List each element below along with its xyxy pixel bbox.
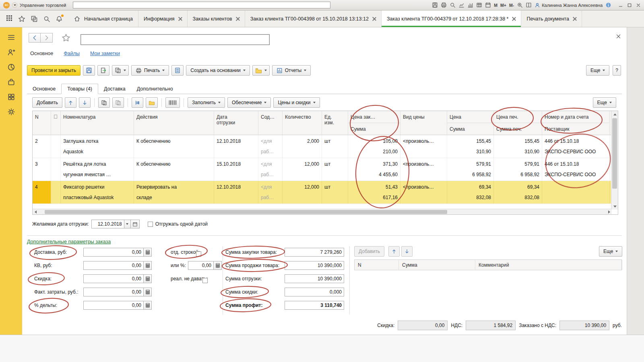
comments-col-comment[interactable]: Комментарий	[475, 260, 622, 270]
discount-input[interactable]: 0,00	[83, 274, 144, 283]
notifications-bell-icon[interactable]	[56, 15, 63, 23]
table-row-selected[interactable]: 4 Фиксатор решеткипластиковый Aquastok Р…	[33, 181, 618, 204]
col-header-marker[interactable]	[51, 111, 61, 135]
col-header-unit[interactable]: Ед.изм.	[322, 111, 348, 135]
nav-link-main[interactable]: Основное	[30, 51, 53, 56]
doc-tab-goods[interactable]: Товары (4)	[61, 84, 98, 94]
calculator-button[interactable]	[144, 301, 152, 310]
memory-mminus-button[interactable]: М-	[509, 3, 514, 8]
calculator-button[interactable]	[144, 274, 152, 283]
additional-params-link[interactable]: Дополнительные параметры заказа	[27, 239, 111, 245]
col-header-actions[interactable]: Действия	[134, 111, 214, 135]
create-based-on-button[interactable]: Создать на основании	[186, 65, 250, 76]
col-header-content[interactable]: Сод…	[258, 111, 283, 135]
history-links-icon[interactable]	[31, 15, 38, 23]
comments-col-sum[interactable]: Сумма	[399, 260, 475, 270]
sales-bag-icon[interactable]	[7, 78, 16, 86]
nav-link-notes[interactable]: Мои заметки	[90, 51, 120, 56]
close-tab-icon[interactable]	[236, 17, 239, 21]
save-icon[interactable]	[432, 2, 438, 8]
print-button[interactable]: Печать	[131, 65, 169, 76]
move-down-button[interactable]	[79, 97, 91, 108]
register-records-button[interactable]	[171, 65, 184, 76]
maximize-icon[interactable]	[627, 3, 632, 8]
tab-order-004379[interactable]: Заказ клиента ТГ00-004379 от 12.10.2018 …	[382, 10, 522, 27]
scroll-down-icon[interactable]	[611, 203, 618, 210]
close-tab-icon[interactable]	[512, 17, 516, 21]
memory-mplus-button[interactable]: М+	[500, 3, 506, 8]
zoom-icon[interactable]	[517, 2, 523, 8]
comment-move-up-button[interactable]	[388, 246, 400, 257]
form-close-icon[interactable]	[616, 34, 621, 39]
prices-discounts-button[interactable]: Цены и скидки	[273, 97, 320, 108]
menu-icon[interactable]	[7, 33, 16, 42]
vertical-scrollbar[interactable]	[611, 111, 618, 210]
scroll-right-icon[interactable]	[606, 210, 612, 214]
hierarchy-button[interactable]	[132, 97, 143, 108]
col-header-nomenclature[interactable]: Номенклатура	[61, 111, 134, 135]
chart-bars-icon[interactable]	[467, 2, 473, 8]
split-panel-icon[interactable]	[526, 2, 532, 8]
print-icon[interactable]	[441, 2, 447, 8]
separate-line-checkbox[interactable]	[196, 251, 201, 257]
customers-icon[interactable]	[7, 48, 16, 57]
goods-more-button[interactable]: Еще	[593, 97, 616, 108]
or-percent-input[interactable]: 0,00	[188, 261, 214, 270]
col-header-purchase[interactable]: Цена зак…Сумма	[348, 111, 400, 135]
calculator-button[interactable]	[144, 261, 152, 270]
all-sections-icon[interactable]	[6, 14, 13, 23]
shipment-date-input[interactable]: 12.10.2018	[91, 220, 124, 228]
table-row[interactable]: 3 Решётка для лоткачугунная ячеистая … К…	[33, 158, 618, 181]
system-menu-button[interactable]	[12, 2, 17, 8]
kv-input[interactable]: 0,00	[83, 261, 144, 270]
barcode-button[interactable]	[165, 97, 180, 108]
help-button[interactable]: ?	[613, 65, 621, 76]
delivery-input[interactable]: 0,00	[83, 248, 144, 257]
close-tab-icon[interactable]	[573, 17, 576, 21]
chart-line-icon[interactable]	[458, 2, 464, 8]
forward-button[interactable]	[41, 33, 53, 43]
horizontal-scroll-thumb[interactable]	[45, 210, 447, 214]
paste-row-button[interactable]	[112, 97, 124, 108]
tab-customer-orders[interactable]: Заказы клиентов	[188, 10, 245, 27]
actual-costs-input[interactable]: 0,00	[83, 288, 144, 296]
close-tab-icon[interactable]	[178, 17, 182, 21]
col-header-price[interactable]: ЦенаСумма	[447, 111, 494, 135]
favorite-star-icon[interactable]	[62, 33, 70, 42]
col-header-price-kind[interactable]: Вид цены	[400, 111, 447, 135]
open-folder-button[interactable]	[146, 97, 158, 108]
doc-tab-extra[interactable]: Дополнительно	[131, 84, 179, 94]
search-icon[interactable]	[450, 2, 456, 8]
add-row-button[interactable]: Добавить	[32, 97, 62, 108]
table-icon[interactable]	[476, 2, 482, 8]
nav-link-files[interactable]: Файлы	[64, 51, 80, 56]
col-header-ship-date[interactable]: Датаотгрузки	[214, 111, 258, 135]
post-document-button[interactable]	[97, 65, 109, 76]
comment-more-button[interactable]: Еще	[599, 246, 622, 257]
back-button[interactable]	[29, 33, 41, 43]
user-menu[interactable]: Калинина Жанна Алексеевна	[535, 2, 603, 8]
document-title-input[interactable]	[80, 34, 270, 45]
delta-percent-input[interactable]: 0,00	[83, 301, 144, 310]
calculator-button[interactable]	[144, 288, 152, 296]
comment-move-down-button[interactable]	[401, 246, 413, 257]
more-button[interactable]: Еще	[586, 65, 609, 76]
save-button[interactable]	[83, 65, 95, 76]
calculator-button[interactable]	[214, 261, 222, 270]
post-and-close-button[interactable]: Провести и закрыть	[27, 65, 80, 76]
copy-document-button[interactable]	[112, 65, 129, 76]
settings-gear-icon[interactable]	[7, 107, 16, 116]
titlebar-search-input[interactable]	[73, 2, 330, 8]
reports-pie-icon[interactable]	[7, 63, 16, 72]
supply-button[interactable]: Обеспечение	[227, 97, 271, 108]
horizontal-scrollbar[interactable]	[33, 209, 612, 214]
minimize-icon[interactable]	[618, 3, 623, 8]
date-calendar-button[interactable]	[131, 220, 140, 228]
reports-button[interactable]: Отчеты	[272, 65, 311, 76]
vertical-scroll-thumb[interactable]	[612, 118, 617, 189]
attachments-button[interactable]	[252, 65, 270, 76]
col-header-qty[interactable]: Количество	[283, 111, 322, 135]
col-header-invoice[interactable]: Номер и дата счетаПоставщик	[542, 111, 610, 135]
tab-home[interactable]: Начальная страница	[68, 10, 138, 27]
date-dropdown-button[interactable]	[124, 220, 131, 228]
